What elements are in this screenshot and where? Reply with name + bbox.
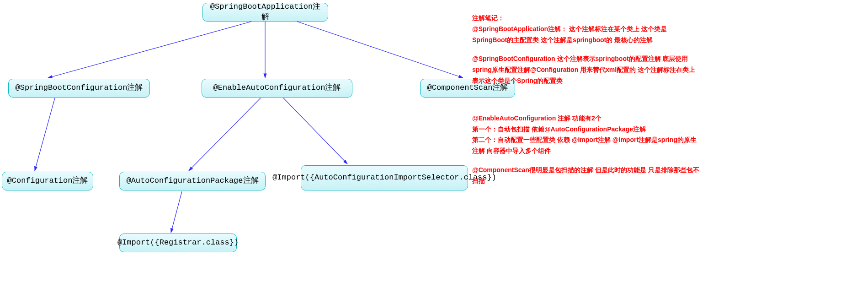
note-paragraph-4: @ComponentScan很明显是包扫描的注解 但是此时的功能是 只是排除那些… [472, 165, 701, 187]
annotation-notes: 注解笔记： @SpringBootApplication注解： 这个注解标注在某… [472, 13, 701, 195]
node-springbootconfiguration[interactable]: @SpringBootConfiguration注解 [8, 79, 150, 98]
node-autoconfigurationpackage[interactable]: @AutoConfigurationPackage注解 [119, 172, 266, 190]
node-label: @AutoConfigurationPackage注解 [126, 176, 258, 186]
node-label: @Configuration注解 [7, 176, 88, 186]
note-line: 第一个：自动包扫描 依赖@AutoConfigurationPackage注解 [472, 124, 701, 135]
note-line: 注解笔记： [472, 13, 701, 24]
node-springbootapplication[interactable]: @SpringBootApplication注解 [202, 3, 328, 22]
note-line: 第二个：自动配置一些配置类 依赖 @Import注解 @Import注解是spr… [472, 135, 701, 157]
node-label: @SpringBootConfiguration注解 [16, 83, 143, 93]
note-paragraph-2: @SpringBootConfiguration 这个注解表示springboo… [472, 54, 701, 86]
node-import-autoconfigurationimportselector[interactable]: @Import({AutoConfigurationImportSelector… [301, 165, 468, 190]
svg-line-4 [189, 98, 261, 171]
node-configuration[interactable]: @Configuration注解 [2, 172, 93, 190]
node-label: @Import({AutoConfigurationImportSelector… [272, 173, 496, 183]
note-line: @ComponentScan很明显是包扫描的注解 但是此时的功能是 只是排除那些… [472, 165, 701, 187]
note-line: @SpringBootApplication注解： 这个注解标注在某个类上 这个… [472, 24, 701, 46]
svg-line-2 [297, 22, 463, 78]
note-paragraph-1: 注解笔记： @SpringBootApplication注解： 这个注解标注在某… [472, 13, 701, 45]
svg-line-5 [283, 98, 347, 164]
svg-line-6 [171, 191, 182, 233]
note-paragraph-3: @EnableAutoConfiguration 注解 功能有2个 第一个：自动… [472, 113, 701, 157]
note-line: @SpringBootConfiguration 这个注解表示springboo… [472, 54, 701, 86]
node-label: @Import({Registrar.class}) [117, 238, 239, 248]
node-label: @SpringBootApplication注解 [208, 2, 323, 23]
node-enableautoconfiguration[interactable]: @EnableAutoConfiguration注解 [202, 79, 352, 98]
note-line: @EnableAutoConfiguration 注解 功能有2个 [472, 113, 701, 124]
svg-line-3 [35, 98, 55, 171]
node-label: @EnableAutoConfiguration注解 [213, 83, 341, 93]
svg-line-0 [48, 22, 251, 78]
node-import-registrar[interactable]: @Import({Registrar.class}) [119, 234, 237, 252]
